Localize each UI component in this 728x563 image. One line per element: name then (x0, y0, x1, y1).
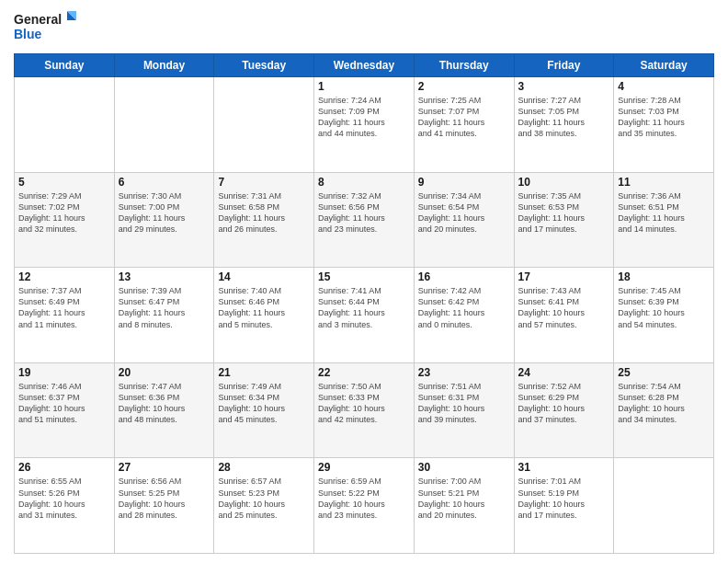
calendar-cell: 22Sunrise: 7:50 AM Sunset: 6:33 PM Dayli… (314, 362, 415, 458)
cell-info: Sunrise: 7:31 AM Sunset: 6:58 PM Dayligh… (218, 190, 310, 236)
day-number: 14 (218, 270, 310, 283)
cell-info: Sunrise: 7:49 AM Sunset: 6:34 PM Dayligh… (218, 381, 310, 426)
cell-info: Sunrise: 7:28 AM Sunset: 7:03 PM Dayligh… (618, 95, 710, 140)
calendar-cell (614, 458, 714, 554)
cell-info: Sunrise: 6:56 AM Sunset: 5:25 PM Dayligh… (119, 476, 210, 521)
calendar-cell (114, 77, 214, 173)
cell-info: Sunrise: 7:29 AM Sunset: 7:02 PM Dayligh… (18, 190, 110, 236)
day-number: 28 (218, 461, 310, 474)
logo-svg: GeneralBlue (14, 9, 78, 46)
cell-info: Sunrise: 7:42 AM Sunset: 6:42 PM Dayligh… (418, 285, 510, 330)
calendar-cell: 17Sunrise: 7:43 AM Sunset: 6:41 PM Dayli… (514, 268, 614, 363)
calendar-cell: 8Sunrise: 7:32 AM Sunset: 6:56 PM Daylig… (314, 172, 415, 268)
cell-info: Sunrise: 7:01 AM Sunset: 5:19 PM Dayligh… (518, 476, 610, 521)
cell-info: Sunrise: 6:55 AM Sunset: 5:26 PM Dayligh… (18, 476, 110, 521)
calendar-cell: 10Sunrise: 7:35 AM Sunset: 6:53 PM Dayli… (514, 172, 614, 268)
day-number: 13 (119, 270, 210, 283)
calendar-cell: 24Sunrise: 7:52 AM Sunset: 6:29 PM Dayli… (514, 362, 614, 458)
header: GeneralBlue (14, 9, 714, 46)
calendar-cell: 9Sunrise: 7:34 AM Sunset: 6:54 PM Daylig… (414, 172, 514, 268)
calendar-cell: 1Sunrise: 7:24 AM Sunset: 7:09 PM Daylig… (314, 77, 415, 173)
calendar-header-row: SundayMondayTuesdayWednesdayThursdayFrid… (15, 54, 714, 77)
day-number: 19 (18, 366, 110, 379)
svg-text:General: General (14, 12, 62, 27)
cell-info: Sunrise: 7:24 AM Sunset: 7:09 PM Dayligh… (318, 95, 410, 140)
svg-text:Blue: Blue (14, 27, 42, 41)
day-number: 3 (518, 80, 610, 93)
calendar-cell: 26Sunrise: 6:55 AM Sunset: 5:26 PM Dayli… (15, 458, 115, 554)
day-header-friday: Friday (514, 54, 614, 77)
day-header-thursday: Thursday (414, 54, 514, 77)
day-number: 27 (119, 461, 210, 474)
cell-info: Sunrise: 7:34 AM Sunset: 6:54 PM Dayligh… (418, 190, 510, 236)
day-number: 25 (618, 366, 710, 379)
calendar-cell: 30Sunrise: 7:00 AM Sunset: 5:21 PM Dayli… (414, 458, 514, 554)
day-number: 9 (418, 176, 510, 189)
calendar-cell: 6Sunrise: 7:30 AM Sunset: 7:00 PM Daylig… (114, 172, 214, 268)
calendar-week-5: 26Sunrise: 6:55 AM Sunset: 5:26 PM Dayli… (15, 458, 714, 554)
calendar-cell: 5Sunrise: 7:29 AM Sunset: 7:02 PM Daylig… (15, 172, 115, 268)
calendar-cell: 20Sunrise: 7:47 AM Sunset: 6:36 PM Dayli… (114, 362, 214, 458)
day-number: 11 (618, 176, 710, 189)
cell-info: Sunrise: 7:36 AM Sunset: 6:51 PM Dayligh… (618, 190, 710, 236)
day-number: 20 (119, 366, 210, 379)
calendar-cell: 29Sunrise: 6:59 AM Sunset: 5:22 PM Dayli… (314, 458, 415, 554)
calendar-cell: 21Sunrise: 7:49 AM Sunset: 6:34 PM Dayli… (214, 362, 314, 458)
calendar-cell: 14Sunrise: 7:40 AM Sunset: 6:46 PM Dayli… (214, 268, 314, 363)
day-number: 5 (18, 176, 110, 189)
calendar-week-3: 12Sunrise: 7:37 AM Sunset: 6:49 PM Dayli… (15, 268, 714, 363)
cell-info: Sunrise: 7:00 AM Sunset: 5:21 PM Dayligh… (418, 476, 510, 521)
cell-info: Sunrise: 6:59 AM Sunset: 5:22 PM Dayligh… (318, 476, 410, 521)
calendar-cell: 16Sunrise: 7:42 AM Sunset: 6:42 PM Dayli… (414, 268, 514, 363)
calendar-cell: 31Sunrise: 7:01 AM Sunset: 5:19 PM Dayli… (514, 458, 614, 554)
day-header-wednesday: Wednesday (314, 54, 415, 77)
day-number: 30 (418, 461, 510, 474)
logo: GeneralBlue (14, 9, 78, 46)
day-number: 4 (618, 80, 710, 93)
calendar-week-1: 1Sunrise: 7:24 AM Sunset: 7:09 PM Daylig… (15, 77, 714, 173)
cell-info: Sunrise: 7:30 AM Sunset: 7:00 PM Dayligh… (119, 190, 210, 236)
day-number: 12 (18, 270, 110, 283)
page: GeneralBlue SundayMondayTuesdayWednesday… (0, 0, 728, 563)
cell-info: Sunrise: 7:25 AM Sunset: 7:07 PM Dayligh… (418, 95, 510, 140)
calendar-cell: 28Sunrise: 6:57 AM Sunset: 5:23 PM Dayli… (214, 458, 314, 554)
day-number: 21 (218, 366, 310, 379)
calendar-cell: 3Sunrise: 7:27 AM Sunset: 7:05 PM Daylig… (514, 77, 614, 173)
day-number: 6 (119, 176, 210, 189)
day-number: 15 (318, 270, 410, 283)
day-number: 7 (218, 176, 310, 189)
calendar-week-2: 5Sunrise: 7:29 AM Sunset: 7:02 PM Daylig… (15, 172, 714, 268)
cell-info: Sunrise: 7:32 AM Sunset: 6:56 PM Dayligh… (318, 190, 410, 236)
day-number: 8 (318, 176, 410, 189)
day-number: 10 (518, 176, 610, 189)
cell-info: Sunrise: 7:54 AM Sunset: 6:28 PM Dayligh… (618, 381, 710, 426)
cell-info: Sunrise: 7:37 AM Sunset: 6:49 PM Dayligh… (18, 285, 110, 330)
day-number: 23 (418, 366, 510, 379)
cell-info: Sunrise: 7:35 AM Sunset: 6:53 PM Dayligh… (518, 190, 610, 236)
day-number: 17 (518, 270, 610, 283)
calendar-cell: 23Sunrise: 7:51 AM Sunset: 6:31 PM Dayli… (414, 362, 514, 458)
calendar-table: SundayMondayTuesdayWednesdayThursdayFrid… (14, 53, 714, 554)
day-number: 16 (418, 270, 510, 283)
calendar-cell: 13Sunrise: 7:39 AM Sunset: 6:47 PM Dayli… (114, 268, 214, 363)
day-number: 29 (318, 461, 410, 474)
day-header-tuesday: Tuesday (214, 54, 314, 77)
cell-info: Sunrise: 7:41 AM Sunset: 6:44 PM Dayligh… (318, 285, 410, 330)
calendar-week-4: 19Sunrise: 7:46 AM Sunset: 6:37 PM Dayli… (15, 362, 714, 458)
day-number: 1 (318, 80, 410, 93)
day-number: 22 (318, 366, 410, 379)
calendar-cell: 27Sunrise: 6:56 AM Sunset: 5:25 PM Dayli… (114, 458, 214, 554)
cell-info: Sunrise: 7:45 AM Sunset: 6:39 PM Dayligh… (618, 285, 710, 330)
cell-info: Sunrise: 7:27 AM Sunset: 7:05 PM Dayligh… (518, 95, 610, 140)
calendar-cell: 11Sunrise: 7:36 AM Sunset: 6:51 PM Dayli… (614, 172, 714, 268)
cell-info: Sunrise: 6:57 AM Sunset: 5:23 PM Dayligh… (218, 476, 310, 521)
calendar-cell: 4Sunrise: 7:28 AM Sunset: 7:03 PM Daylig… (614, 77, 714, 173)
cell-info: Sunrise: 7:47 AM Sunset: 6:36 PM Dayligh… (119, 381, 210, 426)
day-number: 2 (418, 80, 510, 93)
day-header-sunday: Sunday (15, 54, 115, 77)
day-number: 31 (518, 461, 610, 474)
calendar-cell (214, 77, 314, 173)
cell-info: Sunrise: 7:51 AM Sunset: 6:31 PM Dayligh… (418, 381, 510, 426)
day-header-saturday: Saturday (614, 54, 714, 77)
cell-info: Sunrise: 7:46 AM Sunset: 6:37 PM Dayligh… (18, 381, 110, 426)
